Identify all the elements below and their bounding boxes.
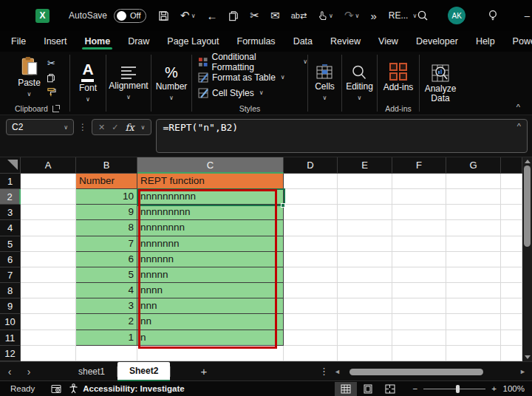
cell-stub10[interactable] — [501, 314, 522, 330]
cell-G4[interactable] — [446, 220, 501, 236]
cell-E9[interactable] — [338, 298, 392, 314]
insert-function-button[interactable]: fx — [125, 122, 134, 133]
sheet-tab-sheet2[interactable]: Sheet2 — [117, 362, 170, 381]
cell-stub12[interactable] — [501, 346, 522, 361]
cell-B2[interactable]: 10 — [76, 189, 137, 205]
cell-stub11[interactable] — [501, 330, 522, 346]
cell-B7[interactable]: 5 — [76, 267, 137, 283]
cell-A10[interactable] — [21, 314, 76, 330]
cell-stub1[interactable] — [501, 174, 522, 189]
zoom-slider[interactable] — [423, 389, 485, 389]
cell-stub8[interactable] — [501, 283, 522, 298]
cell-B12[interactable] — [76, 346, 137, 361]
name-box[interactable]: C2 ∨ — [6, 119, 74, 135]
scroll-up-icon[interactable] — [525, 160, 531, 163]
minimize-button[interactable]: – — [517, 10, 532, 21]
cell-F2[interactable] — [392, 189, 446, 205]
cell-A11[interactable] — [21, 330, 76, 346]
row-header-2[interactable]: 2 — [0, 189, 21, 205]
alignment-button[interactable]: Alignment ∨ — [109, 65, 148, 102]
scroll-down-icon[interactable] — [525, 355, 531, 359]
cell-G5[interactable] — [446, 236, 501, 252]
cell-A3[interactable] — [21, 205, 76, 220]
cells-button[interactable]: Cells ∨ — [315, 64, 335, 103]
cell-D6[interactable] — [284, 252, 338, 267]
column-header-A[interactable]: A — [21, 157, 76, 174]
cell-D4[interactable] — [284, 220, 338, 236]
cell-A2[interactable] — [21, 189, 76, 205]
cell-F11[interactable] — [392, 330, 446, 346]
cell-D2[interactable] — [284, 189, 338, 205]
addins-button[interactable]: Add-ins — [383, 62, 414, 92]
cell-D5[interactable] — [284, 236, 338, 252]
collapse-formula-bar-icon[interactable]: ^ — [517, 122, 521, 131]
tab-help[interactable]: Help — [475, 33, 496, 50]
cell-F1[interactable] — [392, 174, 446, 189]
cancel-icon[interactable]: ✕ — [98, 123, 105, 132]
cell-E5[interactable] — [338, 236, 392, 252]
cell-B8[interactable]: 4 — [76, 283, 137, 298]
cut-icon[interactable]: ✂ — [47, 58, 55, 69]
accessibility-status[interactable]: Accessibility: Investigate — [69, 383, 184, 394]
tab-data[interactable]: Data — [293, 33, 313, 50]
cell-F10[interactable] — [392, 314, 446, 330]
tab-review[interactable]: Review — [330, 33, 361, 50]
column-header-G[interactable]: G — [446, 157, 501, 174]
copy-icon[interactable] — [228, 10, 239, 21]
scroll-left-icon[interactable]: ◄ — [334, 368, 341, 375]
editing-button[interactable]: Editing ∨ — [346, 64, 373, 103]
cell-E8[interactable] — [338, 283, 392, 298]
tab-page-layout[interactable]: Page Layout — [166, 33, 219, 50]
cell-F9[interactable] — [392, 298, 446, 314]
macro-record-icon[interactable] — [51, 384, 61, 394]
email-icon[interactable]: ✉ — [270, 9, 280, 22]
cell-G3[interactable] — [446, 205, 501, 220]
number-button[interactable]: % Number ∨ — [156, 64, 188, 103]
cell-E12[interactable] — [338, 346, 392, 361]
cell-A9[interactable] — [21, 298, 76, 314]
cell-A1[interactable] — [21, 174, 76, 189]
cell-A4[interactable] — [21, 220, 76, 236]
cell-G12[interactable] — [446, 346, 501, 361]
avatar[interactable]: AK — [448, 7, 466, 24]
zoom-out-button[interactable]: − — [413, 384, 418, 393]
cell-F5[interactable] — [392, 236, 446, 252]
enter-icon[interactable]: ✓ — [112, 123, 118, 132]
conditional-formatting-button[interactable]: Conditional Formatting ∨ — [198, 55, 307, 69]
cell-B6[interactable]: 6 — [76, 252, 137, 267]
cell-G11[interactable] — [446, 330, 501, 346]
undo-button[interactable]: ↶∨ — [180, 9, 195, 22]
page-break-preview-button[interactable] — [379, 382, 401, 396]
tab-home[interactable]: Home — [83, 33, 111, 50]
cell-stub7[interactable] — [501, 267, 522, 283]
row-header-4[interactable]: 4 — [0, 220, 21, 236]
cell-A5[interactable] — [21, 236, 76, 252]
cell-B5[interactable]: 7 — [76, 236, 137, 252]
cell-F3[interactable] — [392, 205, 446, 220]
row-header-7[interactable]: 7 — [0, 267, 21, 283]
cell-A7[interactable] — [21, 267, 76, 283]
fill-handle[interactable] — [281, 203, 285, 208]
cell-G7[interactable] — [446, 267, 501, 283]
cell-G2[interactable] — [446, 189, 501, 205]
copy-icon[interactable] — [47, 73, 55, 83]
select-all-corner[interactable] — [0, 157, 21, 174]
column-header-F[interactable]: F — [392, 157, 446, 174]
formula-input[interactable]: =REPT("n",B2) ^ — [156, 119, 528, 153]
row-header-10[interactable]: 10 — [0, 314, 21, 330]
new-sheet-button[interactable]: + — [200, 365, 207, 378]
document-title[interactable]: RE... ∨ — [389, 10, 417, 21]
replace-icon[interactable]: ab⇄ — [291, 11, 307, 21]
zoom-in-button[interactable]: + — [491, 384, 497, 393]
cell-stub2[interactable] — [501, 189, 522, 205]
redo-button[interactable]: ↷∨ — [344, 9, 359, 22]
row-header-5[interactable]: 5 — [0, 236, 21, 252]
cell-stub4[interactable] — [501, 220, 522, 236]
scroll-right-icon[interactable]: ► — [519, 368, 526, 375]
cell-stub3[interactable] — [501, 205, 522, 220]
column-header-B[interactable]: B — [76, 157, 137, 174]
cell-F12[interactable] — [392, 346, 446, 361]
autosave-toggle[interactable]: Off — [114, 9, 146, 23]
cell-E6[interactable] — [338, 252, 392, 267]
cell-B10[interactable]: 2 — [76, 314, 137, 330]
